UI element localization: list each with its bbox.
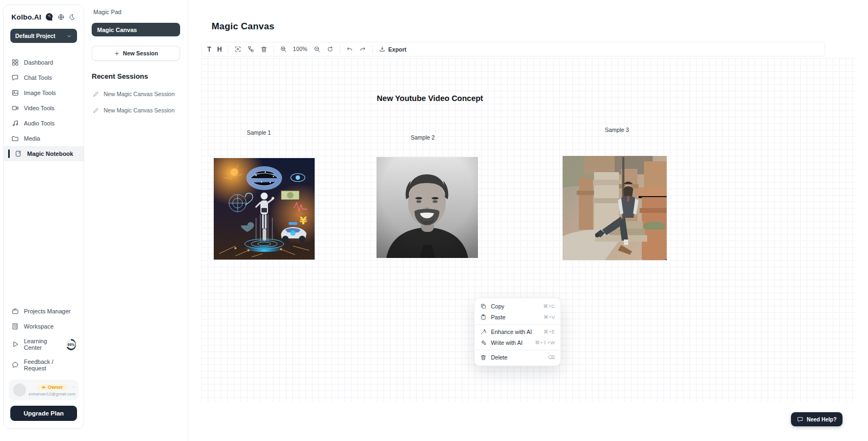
copy-icon [480,303,487,310]
delete-tool-button[interactable] [260,46,267,53]
context-menu-divider [475,350,560,350]
new-session-label: New Session [123,50,158,56]
sidebar-item-feedback-request[interactable]: Feedback / Request [4,355,84,375]
magic-canvas-grid[interactable]: New Youtube Video Concept Sample 1 Sampl… [201,58,856,402]
canvas-heading-text[interactable]: New Youtube Video Concept [363,94,496,103]
heading-tool-glyph: H [217,46,222,53]
feedback-chat-icon [11,361,19,369]
folder-icon [11,135,19,142]
user-account-card[interactable]: Owner zoharvan12@gmail.com [9,380,79,400]
canvas-sample-label-3[interactable]: Sample 3 [605,127,629,133]
session-panel: Magic Pad Magic Canvas New Session Recen… [84,0,188,441]
need-help-button[interactable]: Need Help? [791,412,843,426]
canvas-image-portrait[interactable] [376,157,478,258]
toolbar-divider [340,45,340,53]
download-icon [379,46,386,53]
zoom-in-icon [280,46,287,53]
workflow-nodes-icon [247,46,254,53]
project-selector[interactable]: Default Project [10,29,77,43]
chevron-up-icon [72,385,76,389]
sidebar-item-dashboard[interactable]: Dashboard [4,55,84,70]
sparkles-icon [480,339,487,346]
sidebar-item-chat-tools[interactable]: Chat Tools [4,70,84,85]
sidebar-item-learning-center[interactable]: Learning Center 66% [4,334,84,355]
heading-tool-button[interactable]: H [217,46,222,53]
dashboard-icon [11,59,19,66]
canvas-sample-label-1[interactable]: Sample 1 [247,129,271,136]
session-item[interactable]: New Magic Canvas Session [92,102,180,118]
pencil-icon [93,91,99,97]
sidebar-item-image-tools[interactable]: Image Tools [4,85,84,100]
workflow-button[interactable] [247,46,254,53]
notebook-icon [15,150,22,158]
zoom-in-button[interactable] [280,46,287,53]
canvas-image-ai-robot[interactable]: ¥ [214,158,315,260]
magic-wand-icon [480,329,487,335]
sidebar-item-projects-manager[interactable]: Projects Manager [4,304,84,319]
help-chat-icon [797,416,803,423]
nav-magic-pad[interactable]: Magic Pad [92,8,180,23]
language-globe-button[interactable] [58,14,65,21]
sidebar-item-label: Learning Center [24,338,60,351]
video-icon [11,104,19,112]
moon-icon [68,14,75,21]
recent-sessions-heading: Recent Sessions [92,72,180,80]
context-menu-shortcut: ⌘+C [543,304,555,309]
sidebar-item-label: Workspace [24,323,54,330]
app-sidebar: Kolbo.AI Default Project Dashboard Chat … [3,4,84,429]
sidebar-item-label: Feedback / Request [24,358,76,371]
context-menu-divider [475,324,560,325]
image-icon [11,89,19,97]
ai-select-button[interactable] [234,46,241,53]
zoom-out-button[interactable] [314,46,321,53]
need-help-label: Need Help? [807,417,837,423]
session-item[interactable]: New Magic Canvas Session [92,86,180,102]
toolbar-divider [372,45,373,53]
sidebar-nav: Dashboard Chat Tools Image Tools Video T… [4,55,84,161]
sidebar-item-label: Video Tools [24,105,54,111]
page-title: Magic Canvas [212,21,275,32]
music-note-icon [11,119,19,127]
project-selector-label: Default Project [15,33,55,39]
sidebar-item-magic-notebook[interactable]: Magic Notebook [4,146,84,161]
canvas-sample-label-2[interactable]: Sample 2 [411,134,435,141]
brain-logo-icon [45,12,54,21]
sidebar-footer-nav: Projects Manager Workspace Learning Cent… [4,304,84,375]
new-session-button[interactable]: New Session [92,46,180,61]
learning-progress-value: 66% [67,341,75,349]
context-menu-item-copy[interactable]: Copy ⌘+C [475,301,560,312]
text-tool-button[interactable]: T [207,46,211,53]
sidebar-item-media[interactable]: Media [4,131,84,146]
sidebar-item-audio-tools[interactable]: Audio Tools [4,116,84,131]
canvas-image-ruins[interactable] [563,156,667,260]
zoom-level: 100% [293,46,308,52]
context-menu-item-write-with-ai[interactable]: Write with AI ⌘+⇧+W [475,337,560,348]
sidebar-item-workspace[interactable]: Workspace [4,319,84,334]
export-label: Export [388,46,406,53]
crown-icon [41,385,46,389]
export-button[interactable]: Export [379,46,406,53]
context-menu-item-paste[interactable]: Paste ⌘+V [475,312,560,323]
plus-icon [114,51,120,56]
sidebar-item-label: Image Tools [24,90,56,96]
trash-icon [260,46,267,53]
undo-button[interactable] [346,46,353,53]
context-menu-item-delete[interactable]: Delete ⌫ [475,352,560,363]
sidebar-item-label: Magic Notebook [27,150,73,157]
nav-magic-canvas[interactable]: Magic Canvas [92,23,180,36]
sidebar-item-label: Audio Tools [24,120,55,127]
dark-mode-button[interactable] [68,14,75,21]
redo-button[interactable] [359,46,366,53]
learning-progress-ring: 66% [66,339,76,350]
reset-view-button[interactable] [327,46,334,53]
context-menu-label: Delete [491,354,507,361]
upgrade-plan-button[interactable]: Upgrade Plan [10,406,77,421]
context-menu-item-enhance-with-ai[interactable]: Enhance with AI ⌘+E [475,326,560,337]
sidebar-item-label: Dashboard [24,59,53,66]
rotate-reset-icon [327,46,334,53]
owner-role-label: Owner [48,385,63,390]
sidebar-item-video-tools[interactable]: Video Tools [4,100,84,116]
main-area: Magic Canvas T H 100% Export New Youtube… [188,0,868,441]
toolbar-divider [228,45,228,53]
context-menu: Copy ⌘+C Paste ⌘+V Enhance with AI ⌘+E W… [474,298,561,366]
